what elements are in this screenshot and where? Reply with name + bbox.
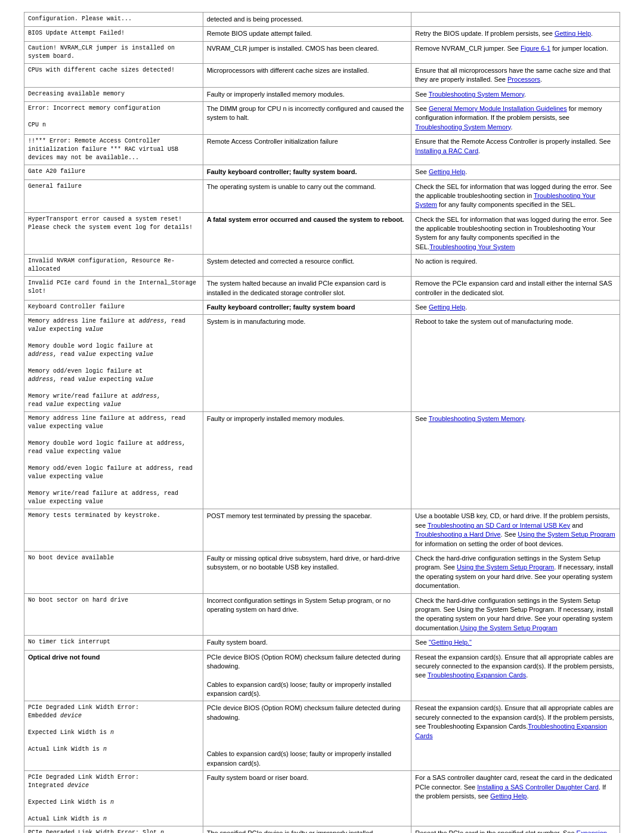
error-message-cell: Error: Incorrect memory configurationCPU…	[24, 101, 203, 134]
error-message-cell: CPUs with different cache sizes detected…	[24, 63, 203, 87]
reference-link[interactable]: Troubleshooting a Hard Drive	[415, 531, 500, 538]
action-cell: Remove NVRAM_CLR jumper. See Figure 6-1 …	[411, 41, 620, 63]
action-cell: Check the hard-drive configuration setti…	[411, 593, 620, 636]
error-message-cell: PCIe Degraded Link Width Error:Integrate…	[24, 771, 203, 826]
action-cell: Ensure that the Remote Access Controller…	[411, 135, 620, 165]
action-cell: Check the SEL for information that was l…	[411, 179, 620, 212]
action-cell: Use a bootable USB key, CD, or hard driv…	[411, 509, 620, 552]
action-cell: No action is required.	[411, 255, 620, 277]
reference-link[interactable]: Troubleshooting System Memory	[415, 123, 510, 131]
table-row: No boot device availableFaulty or missin…	[24, 551, 620, 593]
cause-cell: Faulty keyboard controller; faulty syste…	[203, 301, 411, 315]
reference-link[interactable]: Troubleshooting an SD Card or Internal U…	[428, 522, 570, 529]
table-row: Keyboard Controller failureFaulty keyboa…	[24, 301, 620, 315]
table-row: Configuration. Please wait...detected an…	[24, 13, 620, 27]
table-row: No timer tick interruptFaulty system boa…	[24, 636, 620, 650]
reference-link[interactable]: Troubleshooting Expansion Cards	[415, 723, 607, 739]
table-row: Memory address line failure at address, …	[24, 412, 620, 509]
action-cell: Reseat the PCIe card in the specified sl…	[411, 826, 620, 833]
reference-link[interactable]: Expansion Cards	[415, 829, 607, 833]
cause-cell: Faulty keyboard controller; faulty syste…	[203, 165, 411, 179]
error-message-cell: General failure	[24, 179, 203, 212]
cause-cell: PCIe device BIOS (Option ROM) checksum f…	[203, 701, 411, 771]
table-row: !!*** Error: Remote Access Controller in…	[24, 135, 620, 165]
table-row: Memory tests terminated by keystroke.POS…	[24, 509, 620, 552]
error-message-cell: Invalid PCIe card found in the Internal_…	[24, 277, 203, 301]
error-message-cell: Optical drive not found	[24, 650, 203, 701]
table-row: PCIe Degraded Link Width Error: Slot nEx…	[24, 826, 620, 833]
reference-link[interactable]: Troubleshooting Your System	[429, 243, 515, 250]
error-message-cell: HyperTransport error caused a system res…	[24, 212, 203, 255]
cause-cell: PCIe device BIOS (Option ROM) checksum f…	[203, 650, 411, 701]
table-row: PCIe Degraded Link Width Error:Integrate…	[24, 771, 620, 826]
action-cell: Retry the BIOS update. If problem persis…	[411, 27, 620, 41]
table-row: PCIe Degraded Link Width Error:Embedded …	[24, 701, 620, 771]
error-message-cell: Caution! NVRAM_CLR jumper is installed o…	[24, 41, 203, 63]
table-row: Gate A20 failureFaulty keyboard controll…	[24, 165, 620, 179]
table-row: No boot sector on hard driveIncorrect co…	[24, 593, 620, 636]
action-cell	[411, 13, 620, 27]
cause-cell: Faulty or improperly installed memory mo…	[203, 87, 411, 101]
table-row: Decreasing available memoryFaulty or imp…	[24, 87, 620, 101]
cause-cell: System detected and corrected a resource…	[203, 255, 411, 277]
cause-cell: The operating system is unable to carry …	[203, 179, 411, 212]
table-row: HyperTransport error caused a system res…	[24, 212, 620, 255]
cause-cell: POST memory test terminated by pressing …	[203, 509, 411, 552]
reference-link[interactable]: Troubleshooting System Memory	[429, 91, 524, 98]
table-row: Invalid PCIe card found in the Internal_…	[24, 277, 620, 301]
error-message-cell: PCIe Degraded Link Width Error: Slot nEx…	[24, 826, 203, 833]
reference-link[interactable]: "Getting Help."	[429, 639, 472, 646]
error-message-cell: Keyboard Controller failure	[24, 301, 203, 315]
reference-link[interactable]: Installing a SAS Controller Daughter Car…	[477, 784, 599, 791]
cause-cell: The system halted because an invalid PCI…	[203, 277, 411, 301]
error-message-cell: No boot device available	[24, 551, 203, 593]
action-cell: Reseat the expansion card(s). Ensure tha…	[411, 650, 620, 701]
reference-link[interactable]: Processors	[507, 76, 540, 83]
reference-link[interactable]: General Memory Module Installation Guide…	[429, 105, 567, 112]
cause-cell: Remote BIOS update attempt failed.	[203, 27, 411, 41]
action-cell: Reseat the expansion card(s). Ensure tha…	[411, 701, 620, 771]
error-message-cell: Memory address line failure at address, …	[24, 412, 203, 509]
table-row: Memory address line failure at address, …	[24, 315, 620, 412]
main-table: Configuration. Please wait...detected an…	[24, 12, 620, 833]
cause-cell: A fatal system error occurred and caused…	[203, 212, 411, 255]
action-cell: Ensure that all microprocessors have the…	[411, 63, 620, 87]
reference-link[interactable]: Using the System Setup Program	[460, 624, 558, 631]
reference-link[interactable]: Getting Help	[429, 304, 465, 311]
cause-cell: Incorrect configuration settings in Syst…	[203, 593, 411, 636]
reference-link[interactable]: Using the System Setup Program	[518, 531, 615, 538]
error-message-cell: Memory tests terminated by keystroke.	[24, 509, 203, 552]
error-message-cell: !!*** Error: Remote Access Controller in…	[24, 135, 203, 165]
cause-cell: The specified PCIe device is faulty or i…	[203, 826, 411, 833]
reference-link[interactable]: Getting Help	[429, 168, 465, 175]
error-message-cell: Invalid NVRAM configuration, Resource Re…	[24, 255, 203, 277]
error-message-cell: Gate A20 failure	[24, 165, 203, 179]
action-cell: Remove the PCIe expansion card and insta…	[411, 277, 620, 301]
table-row: BIOS Update Attempt Failed!Remote BIOS u…	[24, 27, 620, 41]
cause-cell: Faulty or improperly installed memory mo…	[203, 412, 411, 509]
table-row: Error: Incorrect memory configurationCPU…	[24, 101, 620, 134]
reference-link[interactable]: Figure 6-1	[521, 45, 550, 52]
cause-cell: detected and is being processed.	[203, 13, 411, 27]
cause-cell: Microprocessors with different cache siz…	[203, 63, 411, 87]
error-message-cell: No boot sector on hard drive	[24, 593, 203, 636]
error-message-cell: Configuration. Please wait...	[24, 13, 203, 27]
cause-cell: The DIMM group for CPU n is incorrectly …	[203, 101, 411, 134]
reference-link[interactable]: Troubleshooting Your System	[415, 192, 595, 208]
cause-cell: Remote Access Controller initialization …	[203, 135, 411, 165]
action-cell: See "Getting Help."	[411, 636, 620, 650]
action-cell: See Getting Help.	[411, 165, 620, 179]
reference-link[interactable]: Using the System Setup Program	[457, 563, 554, 571]
table-row: General failureThe operating system is u…	[24, 179, 620, 212]
cause-cell: Faulty or missing optical drive subsyste…	[203, 551, 411, 593]
cause-cell: Faulty system board.	[203, 636, 411, 650]
reference-link[interactable]: Getting Help	[490, 792, 527, 800]
reference-link[interactable]: Getting Help	[555, 30, 591, 37]
reference-link[interactable]: Troubleshooting Expansion Cards	[428, 671, 526, 679]
action-cell: See Troubleshooting System Memory.	[411, 412, 620, 509]
action-cell: Check the SEL for information that was l…	[411, 212, 620, 255]
error-message-cell: PCIe Degraded Link Width Error:Embedded …	[24, 701, 203, 771]
reference-link[interactable]: Troubleshooting System Memory	[429, 415, 524, 422]
action-cell: See Troubleshooting System Memory.	[411, 87, 620, 101]
reference-link[interactable]: Installing a RAC Card	[415, 147, 478, 154]
